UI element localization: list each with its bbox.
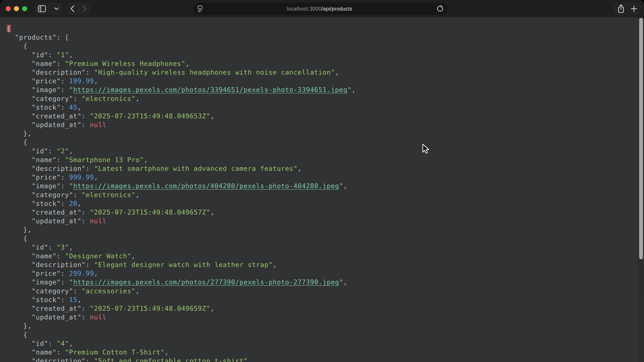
json-viewer: { "products": [ { "id": "1", "name": "Pr…: [7, 24, 634, 362]
chevron-left-icon: [70, 5, 75, 12]
back-button[interactable]: [70, 5, 75, 12]
code-token: "image":: [7, 86, 69, 93]
forward-button[interactable]: [82, 5, 87, 12]
code-token: "electronics": [82, 95, 136, 102]
code-line: "price": 299.99,: [7, 269, 634, 278]
code-token: {: [7, 25, 11, 32]
code-token: ,: [136, 191, 140, 199]
url-text[interactable]: localhost:3000/api/products: [202, 6, 436, 12]
code-line: {: [7, 138, 634, 147]
code-token: 20: [69, 200, 78, 207]
json-url-link[interactable]: https://images.pexels.com/photos/404280/…: [73, 182, 339, 190]
code-token: "Designer Watch": [65, 252, 131, 260]
code-token: "Elegant designer watch with leather str…: [94, 261, 273, 269]
code-token: "products": [: [7, 33, 69, 41]
navigation-group: [66, 3, 90, 14]
address-bar[interactable]: localhost:3000/api/products: [193, 3, 448, 15]
code-token: ,: [131, 252, 136, 260]
code-token: "stock":: [7, 200, 69, 207]
code-token: 15: [69, 296, 78, 304]
code-line: "created_at": "2025-07-23T15:49:48.04965…: [7, 112, 634, 120]
code-token: "category":: [7, 95, 82, 102]
reload-icon: [436, 5, 444, 13]
code-token: "stock":: [7, 104, 69, 111]
share-icon: [618, 4, 624, 13]
scrollbar-thumb[interactable]: [639, 18, 643, 259]
code-token: "description":: [7, 68, 94, 76]
code-line: "id": "1",: [7, 51, 634, 59]
code-token: ,: [335, 68, 339, 76]
json-url-link[interactable]: https://images.pexels.com/photos/277390/…: [73, 278, 339, 286]
code-line: "name": "Smartphone 13 Pro",: [7, 156, 634, 164]
code-token: "name":: [7, 156, 65, 164]
share-button[interactable]: [618, 4, 624, 13]
chevron-down-icon: [54, 7, 59, 10]
code-line: },: [7, 322, 634, 330]
code-token: "id":: [7, 244, 56, 251]
close-button[interactable]: [6, 6, 11, 11]
code-line: },: [7, 129, 634, 138]
code-line: "stock": 20,: [7, 199, 634, 208]
plus-icon: [631, 5, 637, 12]
scrollbar-track[interactable]: [638, 17, 644, 362]
code-line: "image": "https://images.pexels.com/phot…: [7, 182, 634, 190]
code-token: {: [7, 42, 28, 50]
sidebar-toggle-button[interactable]: [38, 5, 46, 12]
code-token: ,: [69, 51, 73, 59]
code-token: "Soft and comfortable cotton t-shirt": [94, 357, 248, 362]
code-token: 999.99: [69, 173, 94, 181]
code-token: {: [7, 235, 28, 242]
code-token: "category":: [7, 191, 82, 199]
chevron-right-icon: [82, 5, 87, 12]
minimize-button[interactable]: [14, 6, 19, 11]
code-line: "updated_at": null: [7, 217, 634, 225]
code-token: "price":: [7, 270, 69, 277]
reload-button[interactable]: [436, 5, 444, 13]
code-token: ,: [77, 296, 82, 304]
code-token: ,: [298, 165, 302, 172]
code-token: ": [69, 278, 73, 286]
code-token: "2": [56, 147, 69, 155]
code-token: "2025-07-23T15:49:48.049659Z": [90, 305, 210, 312]
code-token: "1": [56, 51, 69, 59]
nav-divider: [78, 5, 79, 12]
code-line: "description": "Elegant designer watch w…: [7, 260, 634, 269]
code-token: "Smartphone 13 Pro": [65, 156, 144, 164]
code-line: },: [7, 225, 634, 234]
code-token: ,: [94, 77, 98, 85]
code-line: "updated_at": null: [7, 120, 634, 129]
url-path: /api/products: [321, 6, 352, 12]
code-token: ,: [210, 305, 214, 312]
code-token: "Latest smartphone with advanced camera …: [94, 165, 298, 172]
code-token: ,: [94, 270, 98, 277]
code-token: ,: [136, 95, 140, 102]
new-tab-button[interactable]: [631, 5, 637, 12]
page-content: { "products": [ { "id": "1", "name": "Pr…: [0, 17, 644, 362]
code-token: "created_at":: [7, 112, 90, 120]
code-token: ,: [273, 261, 277, 269]
code-token: "4": [56, 340, 69, 347]
sidebar-icon: [38, 5, 46, 12]
code-line: {: [7, 234, 634, 243]
code-token: "id":: [7, 340, 56, 347]
code-token: "id":: [7, 51, 56, 59]
zoom-button[interactable]: [22, 6, 27, 11]
code-line: "image": "https://images.pexels.com/phot…: [7, 85, 634, 94]
code-line: "stock": 15,: [7, 296, 634, 304]
code-token: 199.99: [69, 77, 94, 85]
code-line: {: [7, 331, 634, 339]
code-line: "price": 999.99,: [7, 173, 634, 182]
code-token: "description":: [7, 357, 94, 362]
code-token: "name":: [7, 349, 65, 356]
json-url-link[interactable]: https://images.pexels.com/photos/3394651…: [73, 86, 347, 93]
code-line: {: [7, 42, 634, 50]
tab-group-chevron-button[interactable]: [54, 7, 59, 10]
code-token: ": [339, 278, 343, 286]
code-line: "updated_at": null: [7, 313, 634, 322]
code-line: "id": "4",: [7, 339, 634, 348]
code-line: "description": "Latest smartphone with a…: [7, 164, 634, 173]
code-token: {: [7, 138, 28, 146]
page-settings-button[interactable]: [198, 5, 202, 13]
code-token: "2025-07-23T15:49:48.049653Z": [90, 112, 210, 120]
code-line: "id": "3",: [7, 243, 634, 252]
